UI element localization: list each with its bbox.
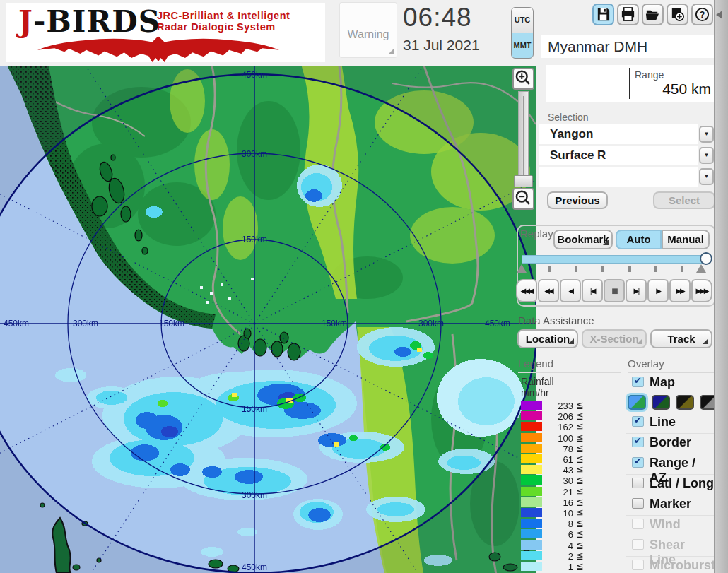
legend-value: 61 [545, 454, 573, 465]
dropdown-product[interactable]: Surface R [539, 146, 698, 165]
replay-slider-track[interactable] [522, 255, 707, 264]
legend-row: 43≦ [521, 465, 592, 474]
lati-long-checkbox[interactable] [632, 478, 644, 488]
rewind-button[interactable]: ◀◀ [538, 279, 559, 302]
legend-value: 10 [545, 508, 573, 519]
overlay-item-lati-long[interactable]: Lati / Long [626, 475, 714, 495]
svg-text:300km: 300km [73, 319, 98, 329]
collapse-panel-arrow-icon[interactable] [716, 11, 722, 19]
help-button[interactable]: ? [691, 4, 713, 25]
map-zoom-slider-handle[interactable] [514, 175, 533, 187]
dropdown-extra[interactable] [539, 167, 698, 187]
svg-text:150km: 150km [159, 319, 184, 329]
dropdown-site[interactable]: Yangon [539, 124, 698, 144]
play-button[interactable]: ▶ [647, 279, 669, 302]
mmt-toggle-button[interactable]: MMT [511, 33, 534, 59]
wind-checkbox [632, 519, 644, 529]
track-button[interactable]: Track [650, 329, 712, 348]
legend-value: 162 [545, 422, 573, 432]
previous-button[interactable]: Previous [547, 191, 608, 209]
radar-map[interactable]: 450km 300km 150km 150km 300km 450km 450k… [0, 66, 536, 573]
select-button[interactable]: Select [653, 191, 715, 209]
legend-unit-1: Rainfall [521, 376, 554, 387]
legend-value: 8 [545, 519, 573, 529]
panel-edge-strip[interactable] [714, 0, 728, 573]
map-style-2[interactable] [652, 395, 670, 410]
overlay-item-map[interactable]: Map [626, 374, 714, 394]
legend-row: 16≦ [521, 497, 592, 507]
legend-operator: ≦ [576, 528, 584, 539]
dropdown-extra-arrow[interactable]: ▼ [699, 168, 714, 185]
overlay-item-marker[interactable]: Marker [626, 495, 714, 516]
bookmark-button[interactable]: Bookmark [553, 230, 613, 249]
location-button[interactable]: Location [517, 329, 578, 348]
utc-toggle-button[interactable]: UTC [511, 7, 534, 33]
legend-operator: ≦ [576, 454, 584, 464]
map-zoom-slider-track[interactable] [518, 91, 529, 183]
legend-row: 8≦ [521, 519, 592, 528]
x-section-button[interactable]: X-Section [582, 329, 647, 348]
marker-checkbox[interactable] [632, 498, 644, 509]
play-reverse-button[interactable]: ◀ [560, 279, 581, 302]
legend-row: 1≦ [521, 562, 592, 571]
legend-operator: ≦ [576, 550, 584, 561]
overlay-item-border[interactable]: Border [626, 434, 714, 454]
legend-value: 2 [545, 551, 573, 562]
warning-button[interactable]: Warning [339, 2, 397, 58]
svg-text:450km: 450km [242, 562, 267, 572]
svg-text:450km: 450km [242, 70, 267, 80]
legend-row: 2≦ [521, 551, 592, 560]
station-name-bar: Myanmar DMH [541, 35, 716, 58]
fast-forward-button[interactable]: ▶▶ [669, 279, 691, 302]
legend-value: 78 [545, 444, 573, 454]
legend-row: 100≦ [521, 433, 592, 442]
legend-value: 233 [545, 401, 573, 411]
range-az-checkbox[interactable] [632, 457, 644, 468]
fast-rewind-button[interactable]: ◀◀◀ [516, 279, 537, 302]
step-back-button[interactable]: |◀ [582, 279, 603, 302]
map-zoom-out-button[interactable] [512, 188, 534, 210]
border-checkbox[interactable] [632, 437, 644, 447]
open-folder-button[interactable] [642, 4, 664, 25]
legend-value: 43 [545, 465, 573, 475]
legend-row: 10≦ [521, 508, 592, 517]
overlay-item-line[interactable]: Line [626, 413, 714, 434]
shear-line-checkbox [632, 539, 644, 550]
dropdown-site-arrow[interactable]: ▼ [699, 126, 714, 143]
add-image-button[interactable] [667, 4, 688, 25]
dropdown-product-arrow[interactable]: ▼ [699, 147, 714, 164]
slider-tick [654, 266, 657, 272]
auto-mode-button[interactable]: Auto [616, 230, 662, 249]
map-checkbox[interactable] [632, 377, 644, 387]
manual-mode-button[interactable]: Manual [662, 230, 710, 249]
legend-row: 21≦ [521, 487, 592, 496]
slider-start-marker[interactable] [517, 264, 527, 273]
overlay-header: Overlay [628, 358, 714, 373]
eagle-icon [17, 35, 300, 62]
step-forward-button[interactable]: ▶| [626, 279, 647, 302]
legend-swatch [521, 465, 542, 474]
clock-date: 31 Jul 2021 [403, 37, 523, 54]
legend-operator: ≦ [576, 540, 584, 550]
print-button[interactable] [617, 4, 639, 25]
slider-end-marker[interactable] [696, 264, 706, 273]
legend-swatch [521, 475, 542, 485]
overlay-item-wind: Wind [626, 516, 714, 536]
legend-row: 6≦ [521, 529, 592, 538]
map-style-1[interactable] [628, 395, 646, 410]
save-button[interactable] [592, 4, 614, 25]
legend-swatch [521, 562, 542, 571]
map-zoom-in-button[interactable] [512, 68, 534, 90]
legend-operator: ≦ [576, 432, 584, 443]
stop-button[interactable]: ■ [604, 279, 625, 302]
map-style-3[interactable] [676, 395, 694, 410]
legend-operator: ≦ [576, 400, 584, 410]
svg-text:150km: 150km [242, 235, 267, 244]
legend-swatch [521, 551, 542, 560]
fastest-forward-button[interactable]: ▶▶▶ [691, 279, 712, 302]
overlay-item-range-az[interactable]: Range / AZ [626, 454, 714, 475]
replay-slider-handle[interactable] [700, 252, 712, 265]
add-image-icon [669, 6, 686, 23]
line-checkbox[interactable] [632, 416, 644, 427]
legend-value: 21 [545, 487, 573, 497]
